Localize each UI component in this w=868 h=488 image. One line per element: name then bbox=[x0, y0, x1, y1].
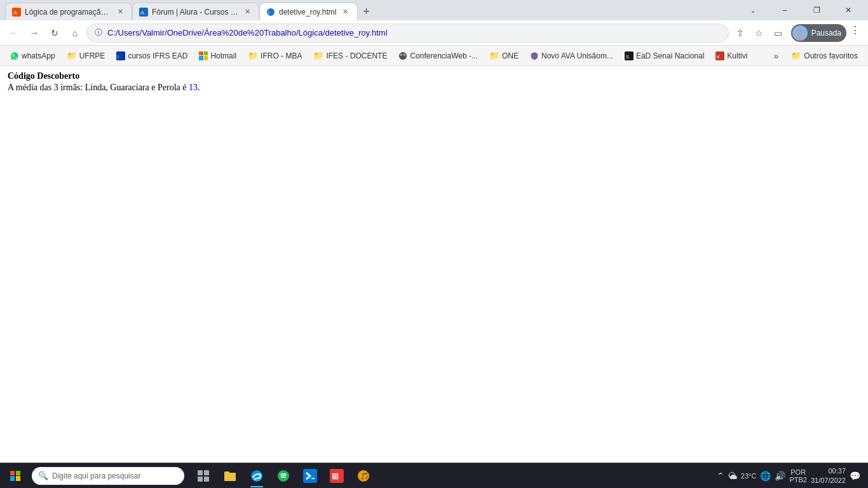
bookmark-novo-ava[interactable]: Novo AVA Unisãom... bbox=[525, 50, 618, 62]
start-button[interactable] bbox=[3, 463, 28, 489]
svg-rect-18 bbox=[204, 470, 209, 475]
minimize-button[interactable]: – bbox=[770, 0, 799, 20]
forward-button[interactable]: → bbox=[25, 24, 43, 42]
one-folder-icon: 📁 bbox=[489, 51, 499, 60]
language-indicator[interactable]: POR PTB2 bbox=[789, 468, 807, 484]
taskbar-apps: ⊞ 🎵 bbox=[191, 463, 376, 489]
bookmark-ifes[interactable]: 📁 IFES - DOCENTE bbox=[308, 49, 392, 62]
network-icon[interactable]: 🌐 bbox=[760, 471, 771, 481]
bookmark-kultivi[interactable]: K Kultivi bbox=[710, 50, 752, 62]
hotmail-icon bbox=[199, 51, 208, 60]
task-view-button[interactable] bbox=[191, 463, 216, 489]
bookmark-ifrs-label: cursos IFRS EAD bbox=[128, 51, 187, 60]
speaker-icon[interactable]: 🔊 bbox=[775, 471, 785, 481]
tab-detetive[interactable]: i detetive_roy.html ✕ bbox=[259, 3, 358, 20]
nav-right-buttons: ⇧ ☆ ▭ Pausada ⋮ bbox=[731, 24, 863, 42]
bookmark-one[interactable]: 📁 ONE bbox=[484, 49, 524, 62]
language-subtext: PTB2 bbox=[789, 476, 807, 484]
system-clock[interactable]: 00:37 31/07/2022 bbox=[811, 466, 846, 485]
taskbar-search-icon: 🔍 bbox=[38, 471, 48, 480]
close-button[interactable]: ✕ bbox=[834, 0, 863, 20]
page-title: Código Descoberto bbox=[8, 71, 860, 81]
bookmark-ead-senai[interactable]: S EaD Senai Nacional bbox=[620, 50, 709, 62]
back-button[interactable]: ← bbox=[5, 24, 23, 42]
tray-overflow-icon[interactable]: ⌃ bbox=[717, 471, 724, 481]
edge-browser-button[interactable] bbox=[244, 463, 269, 489]
address-bar[interactable]: ⓘ C:/Users/Valmir/OneDrive/Área%20de%20T… bbox=[86, 24, 729, 43]
tab3-close[interactable]: ✕ bbox=[341, 7, 351, 17]
bookmark-star-button[interactable]: ☆ bbox=[750, 24, 768, 42]
reload-button[interactable]: ↻ bbox=[46, 24, 64, 42]
app9-icon: 🎵 bbox=[356, 469, 370, 483]
bookmark-whatsapp[interactable]: whatsApp bbox=[5, 50, 60, 62]
svg-text:S: S bbox=[626, 53, 629, 59]
conferenceweb-icon bbox=[398, 51, 407, 60]
svg-rect-20 bbox=[204, 477, 209, 482]
restore-button[interactable]: ❐ bbox=[802, 0, 831, 20]
bookmark-ead-senai-label: EaD Senai Nacional bbox=[636, 51, 704, 60]
bookmarks-bar: whatsApp 📁 UFRPE I cursos IFRS EAD Hotma… bbox=[0, 46, 868, 66]
page-suffix: . bbox=[198, 83, 200, 92]
bookmark-ifro-label: IFRO - MBA bbox=[261, 51, 302, 60]
new-tab-button[interactable]: + bbox=[358, 3, 376, 20]
file-explorer-button[interactable] bbox=[217, 463, 243, 489]
novo-ava-icon bbox=[530, 51, 539, 60]
weather-icon[interactable]: 🌥 bbox=[728, 471, 737, 481]
tab1-close[interactable]: ✕ bbox=[115, 7, 125, 17]
notification-button[interactable]: 💬 bbox=[850, 471, 860, 481]
bookmark-conferenceweb-label: ConferenciaWeb -... bbox=[410, 51, 478, 60]
tab2-title: Fórum | Alura - Cursos online de... bbox=[152, 8, 238, 17]
svg-text:⊞: ⊞ bbox=[332, 471, 339, 481]
more-options-button[interactable]: ⋮ bbox=[848, 24, 863, 42]
svg-rect-17 bbox=[198, 470, 203, 475]
tab3-favicon: i bbox=[266, 8, 275, 17]
svg-text:K: K bbox=[717, 53, 721, 59]
spotify-button[interactable] bbox=[271, 463, 296, 489]
language-text: POR bbox=[789, 468, 807, 476]
svg-text:🎵: 🎵 bbox=[360, 471, 369, 480]
home-button[interactable]: ⌂ bbox=[66, 24, 84, 42]
tab-alura[interactable]: A Fórum | Alura - Cursos online de... ✕ bbox=[132, 3, 259, 20]
taskbar: 🔍 Digite aqui para pesquisar bbox=[0, 463, 868, 488]
taskbar-search-placeholder: Digite aqui para pesquisar bbox=[52, 471, 140, 480]
svg-rect-26 bbox=[311, 478, 315, 479]
bookmark-ifro[interactable]: 📁 IFRO - MBA bbox=[243, 49, 307, 62]
svg-point-11 bbox=[400, 53, 403, 56]
app8-button[interactable]: ⊞ bbox=[324, 463, 349, 489]
bookmark-ifrs[interactable]: I cursos IFRS EAD bbox=[111, 50, 193, 62]
split-screen-button[interactable]: ▭ bbox=[770, 24, 787, 42]
vscode-button[interactable] bbox=[297, 463, 323, 489]
svg-point-12 bbox=[403, 53, 406, 56]
bookmarks-overflow-button[interactable]: » bbox=[767, 47, 785, 65]
bookmark-hotmail[interactable]: Hotmail bbox=[194, 50, 241, 62]
address-text: C:/Users/Valmir/OneDrive/Área%20de%20Tra… bbox=[107, 28, 721, 37]
task-view-icon bbox=[197, 470, 210, 482]
profile-button[interactable]: Pausada bbox=[791, 24, 846, 42]
ifes-folder-icon: 📁 bbox=[313, 51, 323, 60]
bookmark-outros[interactable]: 📁 Outros favoritos bbox=[786, 49, 863, 62]
bookmark-ifes-label: IFES - DOCENTE bbox=[326, 51, 387, 60]
tab-scroll-right[interactable]: ⌄ bbox=[738, 0, 768, 20]
tab2-close[interactable]: ✕ bbox=[242, 7, 252, 17]
tabs-area: A Lógica de programação I: crie pr... ✕ … bbox=[5, 0, 733, 20]
bookmark-conferenceweb[interactable]: ConferenciaWeb -... bbox=[393, 50, 483, 62]
ifrs-icon: I bbox=[116, 51, 125, 60]
bookmark-ufrpe-label: UFRPE bbox=[79, 51, 105, 60]
bookmark-kultivi-label: Kultivi bbox=[727, 51, 747, 60]
app9-button[interactable]: 🎵 bbox=[351, 463, 376, 489]
svg-point-6 bbox=[797, 29, 803, 35]
ufrpe-folder-icon: 📁 bbox=[67, 51, 77, 60]
svg-point-10 bbox=[399, 51, 407, 59]
share-button[interactable]: ⇧ bbox=[731, 24, 749, 42]
page-value: 13 bbox=[189, 83, 198, 92]
svg-text:A: A bbox=[140, 10, 144, 16]
system-tray: ⌃ 🌥 23°C 🌐 🔊 POR PTB2 00:37 31/07/2022 💬 bbox=[712, 466, 865, 485]
edge-icon bbox=[250, 469, 264, 483]
bookmark-ufrpe[interactable]: 📁 UFRPE bbox=[62, 49, 111, 62]
taskbar-search[interactable]: 🔍 Digite aqui para pesquisar bbox=[32, 467, 184, 485]
tab2-favicon: A bbox=[139, 8, 148, 17]
temperature-text: 23°C bbox=[741, 472, 757, 480]
avatar bbox=[792, 25, 808, 41]
page-body: A média das 3 irmãs: Linda, Guaraciara e… bbox=[8, 83, 860, 93]
tab-logica[interactable]: A Lógica de programação I: crie pr... ✕ bbox=[5, 3, 132, 20]
